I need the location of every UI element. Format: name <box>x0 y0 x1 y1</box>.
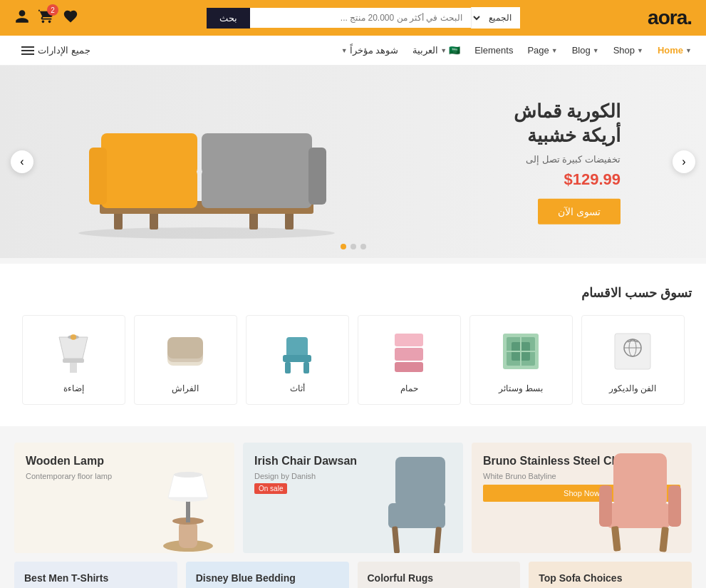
promo-title: Top Sofa Choices <box>539 572 682 584</box>
hero-dot-1[interactable] <box>341 244 346 249</box>
hero-cta-button[interactable]: تسوى الآن <box>538 198 621 224</box>
svg-rect-47 <box>606 503 670 528</box>
wishlist-icon-wrapper[interactable] <box>63 9 78 27</box>
svg-rect-25 <box>395 348 423 361</box>
hamburger-line <box>21 50 34 51</box>
category-bedding-img <box>160 326 210 376</box>
svg-point-16 <box>71 334 76 340</box>
promo-card-rugs[interactable]: Colorful Rugs The original artistry Feat… <box>358 562 521 588</box>
user-icon <box>14 9 30 24</box>
svg-rect-13 <box>63 359 84 363</box>
promo-card-steel-chair[interactable]: Bruno Stainless Steel Chair White Bruno … <box>472 443 692 553</box>
promo-title: Best Men T-Shirts <box>24 572 167 584</box>
category-label: أثاث <box>254 383 341 393</box>
svg-rect-24 <box>395 334 423 346</box>
hero-product-image <box>57 83 356 240</box>
chevron-down-icon: ▼ <box>341 47 348 54</box>
hamburger-line <box>21 53 34 55</box>
promo-card-tshirts[interactable]: Best Men T-Shirts Most comfortable RICK … <box>14 562 177 588</box>
hero-price: $129.99 <box>514 170 621 188</box>
towel-icon <box>384 326 434 376</box>
category-lighting-img <box>48 326 98 376</box>
user-icon-wrapper[interactable] <box>14 9 30 27</box>
category-decor[interactable]: الفن والديكور <box>581 315 685 405</box>
hero-prev-button[interactable]: ‹ <box>11 150 33 173</box>
chevron-down-icon: ▼ <box>685 47 692 54</box>
promo-on-sale-badge: On sale <box>254 483 287 494</box>
cart-icon-wrapper[interactable]: 2 <box>38 9 54 27</box>
category-rugs[interactable]: بسط وستائر <box>469 315 573 405</box>
search-input[interactable] <box>250 8 471 28</box>
category-select[interactable]: الجميع <box>471 7 520 29</box>
hero-next-button[interactable]: › <box>673 150 695 173</box>
svg-rect-39 <box>186 500 190 522</box>
decor-icon <box>608 326 658 376</box>
chevron-down-icon: ▼ <box>551 47 558 54</box>
heart-icon <box>63 9 78 24</box>
svg-rect-7 <box>202 169 312 208</box>
promo-card-sofa[interactable]: Top Sofa Choices Top collections <box>529 562 692 588</box>
category-furniture[interactable]: أثاث <box>246 315 349 405</box>
hero-dot-3[interactable] <box>360 244 366 249</box>
svg-rect-42 <box>395 457 445 507</box>
svg-rect-51 <box>659 527 669 552</box>
nav-link-recently[interactable]: شوهد مؤخراً ▼ <box>341 45 399 56</box>
nav-link-shop[interactable]: Shop ▼ <box>613 45 643 56</box>
chevron-down-icon: ▼ <box>440 47 447 54</box>
svg-rect-44 <box>392 526 400 553</box>
svg-rect-12 <box>70 362 77 373</box>
category-bath[interactable]: حمام <box>358 315 461 405</box>
hero-dot-2[interactable] <box>351 244 356 249</box>
category-label: الفن والديكور <box>589 383 677 393</box>
categories-section: تسوق حسب الاقسام إضاءة <box>0 264 706 426</box>
promo-card-bedding[interactable]: Disney Blue Bedding Cool bedding look <box>186 562 349 588</box>
promo-title: Disney Blue Bedding <box>196 572 339 584</box>
sofa-illustration <box>57 83 356 240</box>
svg-rect-22 <box>285 362 291 373</box>
nav-link-elements[interactable]: Elements <box>474 45 513 56</box>
svg-rect-20 <box>286 337 308 357</box>
hero-banner: ‹ الكورية قماش <box>0 66 706 258</box>
header: 2 بحث الجميع aora. <box>0 0 706 36</box>
rug-icon <box>496 326 546 376</box>
chair-image <box>374 443 460 553</box>
category-bath-img <box>384 326 434 376</box>
nav-link-page[interactable]: Page ▼ <box>527 45 557 56</box>
hamburger-line <box>21 46 34 48</box>
svg-rect-23 <box>303 362 309 373</box>
svg-rect-8 <box>101 133 197 175</box>
promo-card-lamp[interactable]: Wooden Lamp Contemporary floor lamp <box>14 443 234 553</box>
category-lighting[interactable]: إضاءة <box>22 315 125 405</box>
store-label: جميع الإدارات <box>38 45 90 56</box>
nav-link-arabic[interactable]: العربية ▼ 🇸🇦 <box>412 45 460 56</box>
svg-rect-10 <box>89 148 107 205</box>
promo-bottom-grid: Best Men T-Shirts Most comfortable RICK … <box>14 562 692 588</box>
nav-link-home[interactable]: Home ▼ <box>658 45 692 56</box>
nav-link-blog[interactable]: Blog ▼ <box>572 45 599 56</box>
svg-rect-45 <box>434 527 442 553</box>
hamburger-menu[interactable] <box>21 46 34 55</box>
category-label: إضاءة <box>30 383 118 393</box>
svg-rect-50 <box>611 526 621 552</box>
category-bedding[interactable]: الفراش <box>134 315 237 405</box>
svg-rect-9 <box>202 133 312 175</box>
categories-grid: إضاءة الفراش أث <box>14 315 692 405</box>
site-logo: aora. <box>648 6 692 29</box>
search-button[interactable]: بحث <box>207 8 250 29</box>
promo-card-chair[interactable]: Irish Chair Dawsan Design by Danish On s… <box>243 443 463 553</box>
promo-card-sofa-text: Top Sofa Choices Top collections <box>529 562 692 588</box>
categories-title: تسوق حسب الاقسام <box>14 285 692 301</box>
svg-rect-37 <box>179 521 197 548</box>
lamp-icon <box>48 326 98 376</box>
chevron-down-icon: ▼ <box>637 47 643 54</box>
nav-links: شوهد مؤخراً ▼ العربية ▼ 🇸🇦 Elements Page… <box>341 45 692 56</box>
lamp-image <box>149 460 227 546</box>
chair-svg <box>374 443 460 553</box>
pillow-icon <box>160 326 210 376</box>
header-icons: 2 <box>14 9 78 27</box>
chevron-down-icon: ▼ <box>593 47 599 54</box>
promo-card-rugs-text: Colorful Rugs The original artistry Feat… <box>358 562 521 588</box>
hero-dots <box>341 244 366 249</box>
svg-rect-19 <box>167 337 203 359</box>
promo-card-bedding-text: Disney Blue Bedding Cool bedding look <box>186 562 349 588</box>
